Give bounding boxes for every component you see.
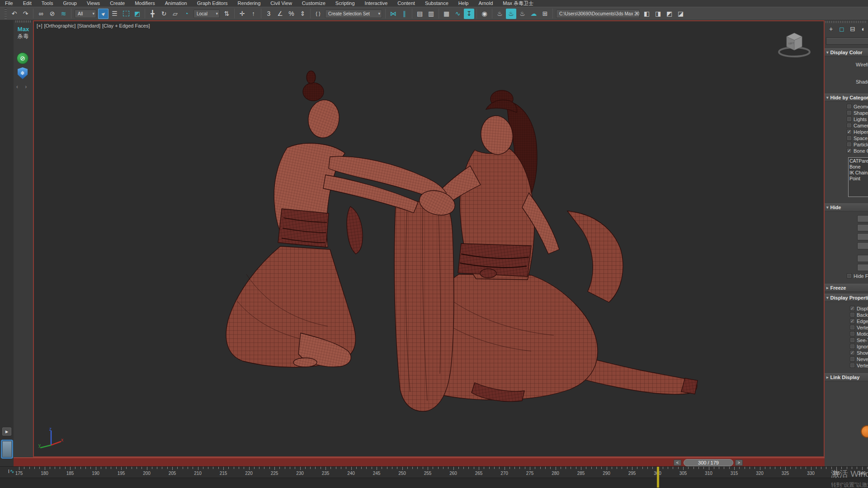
select-and-place-icon[interactable]: ◔ [181,9,192,19]
reference-coordinate-system-dropdown[interactable]: Local [193,9,220,18]
time-slider-frame-display[interactable]: 300 / 179 [684,459,733,466]
rectangular-selection-region-icon[interactable] [121,9,131,19]
listbox-item-ik-chain-object[interactable]: IK Chain Object [849,170,868,176]
snaps-toggle-3d-icon[interactable]: 3 [264,9,274,19]
dp-checkbox-ignore-extents[interactable] [850,344,855,349]
rollout-hide-by-category-header[interactable]: ▾ Hide by Category [825,94,868,102]
track-bar-ruler[interactable]: ∿ 17518018519019520020521021522022523023… [0,466,868,478]
toggle-ribbon-icon[interactable]: ▦ [441,9,452,19]
scene-3d-models[interactable] [34,21,825,457]
hierarchy-tab[interactable]: ⊟ [848,24,857,34]
hide-category-checkbox-particle-systems[interactable] [847,142,852,147]
modify-tab[interactable]: ◻ [837,24,846,34]
dp-checkbox-see-through[interactable] [850,338,855,343]
material-editor-icon[interactable]: ◉ [479,9,490,19]
dp-checkbox-backface-cull[interactable] [850,312,855,317]
dp-checkbox-motion-path[interactable] [850,331,855,336]
hide-category-listbox[interactable]: CATParentBoneIK Chain ObjectPoint [848,157,868,197]
viewcube[interactable]: LEFT [777,28,812,58]
menu-file[interactable]: File [0,0,18,7]
select-object-icon[interactable]: ► [98,9,108,19]
angle-snap-toggle-icon[interactable]: ∠ [275,9,285,19]
rollout-freeze-header[interactable]: ▸ Freeze [825,284,868,292]
dp-checkbox-show-frozen-in-gray[interactable]: ✓ [850,350,855,355]
window-crossing-icon[interactable]: ◩ [132,9,142,19]
hide-option-checkbox-hide-frozen-objects[interactable] [847,273,852,278]
menu-substance[interactable]: Substance [420,0,453,7]
menu-tools[interactable]: Tools [37,0,58,7]
schematic-view-icon[interactable]: ↧ [464,9,474,19]
motion-tab[interactable]: ◐ [859,24,868,34]
viewport-general-menu[interactable]: [+] [37,23,42,28]
menu-content[interactable]: Content [392,0,420,7]
viewport[interactable]: [+] [Orthographic] [Standard] [Clay + Ed… [33,20,825,457]
menu-customize[interactable]: Customize [297,0,330,7]
render-gallery-icon[interactable]: ⊞ [540,9,550,19]
next-frame-button[interactable]: > [735,460,743,466]
align-icon[interactable]: ∥ [399,9,410,19]
toggle-layer-explorer-icon[interactable]: ▥ [426,9,436,19]
hide-category-checkbox-space-warps[interactable] [847,136,852,141]
menu-views[interactable]: Views [82,0,105,7]
rendered-frame-window-icon[interactable]: ♨ [506,9,516,19]
rollout-link-display-header[interactable]: ▸ Link Display [825,373,868,381]
menu-edit[interactable]: Edit [18,0,37,7]
project-folder-dropdown[interactable]: C:\Users\30690\Documents\3ds Max 2021 [556,9,640,18]
sidebar-chevrons[interactable]: ‹ › [16,84,29,90]
model-cloth-drape[interactable] [347,201,454,411]
current-frame-marker[interactable] [657,467,659,488]
rollout-display-properties-header[interactable]: ▾ Display Properties [825,294,868,302]
spinner-snap-toggle-icon[interactable]: ⇕ [297,9,308,19]
hide-category-checkbox-cameras[interactable] [847,123,852,128]
bind-to-space-warp-icon[interactable]: ≋ [58,9,69,19]
menu-animation[interactable]: Animation [160,0,192,7]
mirror-icon[interactable]: ⋈ [388,9,398,19]
rollout-display-color-header[interactable]: ▾ Display Color [825,48,868,56]
menu-max-杀毒卫士[interactable]: Max 杀毒卫士 [498,0,538,7]
edit-named-selection-sets-icon[interactable]: { } [313,9,323,19]
redo-icon[interactable]: ↷ [20,9,31,19]
dp-checkbox-vertex-channel-display[interactable] [850,363,855,368]
select-and-scale-icon[interactable]: ▱ [170,9,180,19]
previous-frame-button[interactable]: < [674,460,681,466]
button-hide-by-name[interactable]: Hide by Name [857,233,868,240]
workspace-default-icon[interactable]: ◧ [642,9,652,19]
keyboard-shortcut-override-icon[interactable]: ↑ [248,9,259,19]
unlink-selection-icon[interactable]: ⊘ [47,9,57,19]
dp-checkbox-never-degrade[interactable] [850,357,855,361]
menu-arnold[interactable]: Arnold [473,0,498,7]
antivirus-scan-icon[interactable]: ⊘ [17,53,28,64]
track-bar-lane[interactable] [0,478,868,488]
listbox-item-catparent[interactable]: CATParent [849,158,868,164]
select-by-name-icon[interactable]: ☰ [109,9,120,19]
menu-interactive[interactable]: Interactive [360,0,393,7]
listbox-item-bone[interactable]: Bone [849,164,868,170]
toggle-scene-explorer-icon[interactable]: ▤ [415,9,425,19]
display-color-wireframe[interactable]: Wireframe: [856,62,868,67]
button-hide-selected[interactable]: Hide Selected [857,215,868,222]
percent-snap-toggle-icon[interactable]: % [286,9,297,19]
menu-graph-editors[interactable]: Graph Editors [192,0,233,7]
hide-category-checkbox-lights[interactable] [847,117,852,122]
viewport-shading-menu[interactable]: [Clay + Edged Faces] [102,23,150,28]
viewport-style-menu[interactable]: [Standard] [77,23,100,28]
hide-category-checkbox-bone-objects[interactable]: ✓ [847,148,852,153]
rollout-hide-header[interactable]: ▾ Hide [825,203,868,211]
dp-checkbox-display-as-box[interactable]: ✓ [850,306,855,311]
named-selection-sets-dropdown[interactable]: Create Selection Set [325,9,382,18]
button-unhide-by-name[interactable]: Unhide by Name [857,264,868,271]
antivirus-shield-icon[interactable]: ❄ [18,67,28,79]
menu-help[interactable]: Help [453,0,474,7]
render-setup-icon[interactable]: ♨ [495,9,505,19]
toolbar-dock-handle[interactable] [5,8,7,19]
workspace-alt2-icon[interactable]: ◩ [664,9,675,19]
menu-group[interactable]: Group [58,0,82,7]
select-and-link-icon[interactable]: ∞ [36,9,46,19]
menu-scripting[interactable]: Scripting [330,0,360,7]
dp-checkbox-edges-only[interactable]: ✓ [850,319,855,324]
display-color-shaded[interactable]: Shaded: [856,79,868,84]
layout-flyout-button[interactable]: ▶ [2,427,11,436]
button-unhide-all[interactable]: Unhide All [857,255,868,262]
menu-modifiers[interactable]: Modifiers [130,0,160,7]
render-in-cloud-icon[interactable]: ☁ [528,9,539,19]
